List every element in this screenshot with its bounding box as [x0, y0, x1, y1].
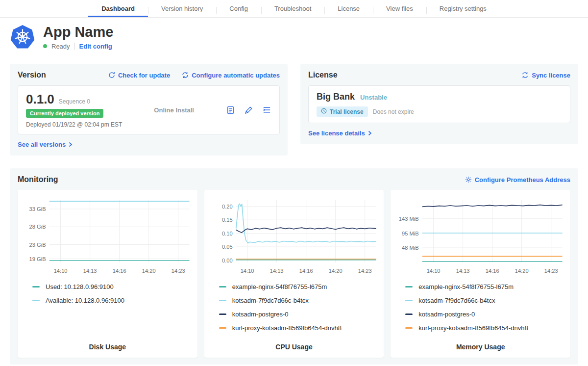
check-for-update-button[interactable]: Check for update: [108, 72, 170, 79]
legend-item: kurl-proxy-kotsadm-8569fb6454-dnvh8: [219, 324, 379, 332]
svg-text:14:20: 14:20: [515, 268, 529, 274]
svg-text:0.05: 0.05: [222, 244, 233, 250]
legend-swatch: [219, 314, 226, 315]
legend-item: kurl-proxy-kotsadm-8569fb6454-dnvh8: [405, 324, 565, 332]
legend-item: kotsadm-7f9dc7d66c-b4tcx: [405, 297, 565, 304]
legend-label: example-nginx-54f8f76755-l675m: [232, 283, 327, 290]
cpu-usage-card: 14:1014:1314:1614:2014:230.000.050.100.1…: [204, 190, 384, 358]
svg-text:28 GiB: 28 GiB: [29, 224, 46, 230]
tab-registry-settings[interactable]: Registry settings: [426, 0, 500, 17]
svg-text:14:16: 14:16: [113, 268, 126, 274]
svg-text:14:10: 14:10: [240, 268, 254, 274]
legend-item: example-nginx-54f8f76755-l675m: [405, 283, 565, 290]
svg-text:48 MiB: 48 MiB: [402, 245, 419, 251]
license-card-title: License: [308, 71, 338, 79]
svg-text:0.15: 0.15: [222, 217, 233, 223]
clock-icon: [321, 108, 327, 115]
tab-troubleshoot[interactable]: Troubleshoot: [261, 0, 324, 17]
deployed-timestamp: Deployed 01/19/22 @ 02:04 pm EST: [26, 121, 122, 128]
svg-text:14:23: 14:23: [358, 268, 371, 274]
legend-swatch: [32, 300, 40, 301]
divider: [74, 43, 75, 50]
svg-text:14:20: 14:20: [142, 268, 156, 274]
status-dot: [43, 44, 47, 48]
version-number: 0.1.0: [26, 92, 54, 107]
tab-dashboard[interactable]: Dashboard: [88, 0, 148, 17]
legend-swatch: [219, 286, 226, 288]
edit-config-link[interactable]: Edit config: [79, 43, 112, 50]
deployed-badge: Currently deployed version: [26, 109, 103, 118]
legend-label: Available: 10.128.0.96:9100: [46, 297, 124, 304]
version-card-title: Version: [18, 71, 46, 79]
svg-text:0.20: 0.20: [222, 204, 233, 209]
memory-usage-title: Memory Usage: [395, 338, 565, 351]
channel-label: Unstable: [360, 94, 387, 101]
legend-label: kotsadm-7f9dc7d66c-b4tcx: [418, 297, 495, 304]
legend-item: example-nginx-54f8f76755-l675m: [219, 283, 379, 290]
memory-usage-card: 14:1014:1314:1614:2014:2348 MiB95 MiB143…: [391, 190, 570, 358]
monitoring-card: Monitoring Configure Prometheus Address …: [10, 168, 578, 365]
sequence-label: Sequence 0: [59, 98, 90, 105]
legend-item: kotsadm-postgres-0: [405, 311, 565, 318]
tab-view-files[interactable]: View files: [373, 0, 426, 17]
cpu-usage-chart: 14:1014:1314:1614:2014:230.000.050.100.1…: [209, 195, 379, 278]
svg-text:14:23: 14:23: [172, 268, 185, 274]
tab-version-history[interactable]: Version history: [148, 0, 216, 17]
top-nav: Dashboard Version history Config Trouble…: [0, 0, 588, 18]
legend-swatch: [405, 327, 413, 329]
current-version-panel: 0.1.0 Sequence 0 Currently deployed vers…: [18, 85, 280, 134]
svg-text:14:10: 14:10: [427, 268, 441, 274]
status-text: Ready: [51, 43, 70, 50]
see-license-details-link[interactable]: See license details: [308, 130, 372, 137]
sync-license-button[interactable]: Sync license: [521, 72, 570, 79]
legend-label: kotsadm-postgres-0: [418, 311, 475, 318]
see-all-versions-link[interactable]: See all versions: [18, 141, 73, 148]
disk-usage-card: 14:1014:1314:1614:2014:2319 GiB23 GiB28 …: [18, 190, 197, 358]
legend-swatch: [32, 286, 40, 288]
tab-license[interactable]: License: [324, 0, 373, 17]
license-panel: Big Bank Unstable Trial license Does not…: [308, 85, 570, 123]
legend-label: Used: 10.128.0.96:9100: [46, 283, 114, 290]
edit-version-config-icon[interactable]: [244, 105, 253, 115]
kots-dashboard-page: Dashboard Version history Config Trouble…: [0, 0, 588, 366]
deploy-logs-icon[interactable]: [262, 105, 271, 115]
legend-label: kurl-proxy-kotsadm-8569fb6454-dnvh8: [232, 324, 342, 332]
disk-usage-title: Disk Usage: [23, 338, 193, 351]
svg-text:14:16: 14:16: [486, 268, 499, 274]
legend-item: kotsadm-postgres-0: [219, 311, 379, 318]
svg-text:14:13: 14:13: [456, 268, 470, 274]
legend-swatch: [405, 314, 413, 315]
legend-swatch: [405, 286, 413, 288]
svg-text:14:16: 14:16: [299, 268, 313, 274]
release-notes-icon[interactable]: [226, 105, 235, 115]
svg-text:14:13: 14:13: [270, 268, 283, 274]
legend-label: kotsadm-postgres-0: [232, 311, 289, 318]
svg-text:14:20: 14:20: [328, 268, 342, 274]
configure-prometheus-link[interactable]: Configure Prometheus Address: [465, 176, 570, 183]
auto-update-icon: [182, 72, 189, 78]
kubernetes-logo-icon: [10, 25, 35, 50]
legend-item: Used: 10.128.0.96:9100: [32, 283, 193, 290]
configure-automatic-updates-button[interactable]: Configure automatic updates: [182, 72, 280, 79]
app-header: App Name Ready Edit config: [10, 25, 578, 50]
svg-text:14:10: 14:10: [54, 268, 68, 274]
svg-text:143 MiB: 143 MiB: [399, 216, 419, 222]
license-card: License Sync license Big Bank Unstable: [300, 64, 578, 144]
memory-usage-chart: 14:1014:1314:1614:2014:2348 MiB95 MiB143…: [395, 195, 565, 278]
app-name-title: App Name: [43, 25, 113, 39]
legend-item: Available: 10.128.0.96:9100: [32, 297, 193, 304]
svg-text:23 GiB: 23 GiB: [29, 242, 46, 248]
expiry-text: Does not expire: [373, 108, 414, 115]
legend-swatch: [219, 327, 226, 329]
tab-config[interactable]: Config: [216, 0, 261, 17]
svg-text:0.10: 0.10: [222, 231, 233, 236]
cpu-legend: example-nginx-54f8f76755-l675m kotsadm-7…: [209, 283, 379, 338]
svg-text:0.00: 0.00: [222, 258, 233, 263]
chevron-right-icon: [368, 131, 372, 136]
svg-text:95 MiB: 95 MiB: [402, 231, 419, 236]
svg-text:14:23: 14:23: [544, 268, 558, 274]
sync-icon: [521, 72, 529, 78]
legend-label: kotsadm-7f9dc7d66c-b4tcx: [232, 297, 309, 304]
version-card: Version Check for update Con: [10, 64, 288, 156]
legend-swatch: [405, 300, 413, 301]
